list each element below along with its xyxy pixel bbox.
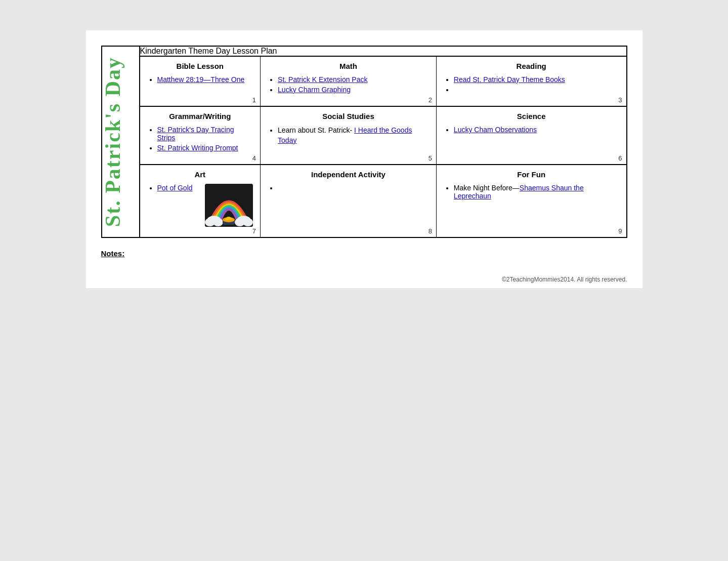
reading-list: Read St. Patrick Day Theme Books [444,75,619,94]
cell-number-8: 8 [429,227,432,235]
art-cell-content: Pot of Gold [147,184,253,227]
grammar-list: St. Patrick's Day Tracing Strips St. Pat… [147,126,253,152]
for-fun-cell: For Fun Make Night Before—Shaemus Shaun … [436,165,626,237]
st-patrick-k-link[interactable]: St. Patrick K Extension Pack [278,75,367,84]
vertical-header-text: St. Patrick's Day [102,52,123,232]
svg-point-12 [227,217,231,219]
list-item: Make Night Before—Shaemus Shaun the Lepr… [454,184,619,200]
math-cell: Math St. Patrick K Extension Pack Lucky … [261,56,437,106]
cell-number-9: 9 [618,227,622,235]
list-item: Lucky Charm Graphing [278,86,429,94]
pot-of-gold-link[interactable]: Pot of Gold [157,184,193,192]
lucky-charm-obs-link[interactable]: Lucky Cham Observations [454,126,537,134]
notes-label: Notes: [101,249,125,258]
social-studies-cell: Social Studies Learn about St. Patrick- … [261,106,437,165]
reading-header: Reading [444,62,619,70]
independent-activity-cell: Independent Activity 8 [261,165,437,237]
social-studies-text: Learn about St. Patrick- I Heard the Goo… [278,126,412,144]
list-item: Matthew 28:19—Three One [157,75,253,84]
cell-number-4: 4 [252,154,256,162]
lesson-table: St. Patrick's Day Kindergarten Theme Day… [101,46,627,238]
matthew-link[interactable]: Matthew 28:19—Three One [157,75,245,84]
list-item: Learn about St. Patrick- I Heard the Goo… [278,126,429,145]
social-studies-header: Social Studies [268,112,429,121]
cell-number-2: 2 [429,96,432,104]
art-rainbow-image [205,184,253,227]
footer-text: ©2TeachingMommies2014. All rights reserv… [502,276,627,283]
bible-lesson-header: Bible Lesson [147,62,253,70]
math-header: Math [268,62,429,70]
social-studies-list: Learn about St. Patrick- I Heard the Goo… [268,126,429,145]
art-cell: Art Pot of Gold [140,165,261,237]
read-st-patrick-link[interactable]: Read St. Patrick Day Theme Books [454,75,565,84]
art-header: Art [147,170,253,179]
vertical-header-cell: St. Patrick's Day [102,46,140,237]
for-fun-header: For Fun [444,170,619,179]
cell-number-3: 3 [618,96,622,104]
independent-activity-list [268,184,429,192]
for-fun-list: Make Night Before—Shaemus Shaun the Lepr… [444,184,619,200]
list-item: Read St. Patrick Day Theme Books [454,75,619,84]
cell-number-5: 5 [429,154,432,162]
cell-number-7: 7 [252,227,256,235]
for-fun-text: Make Night Before—Shaemus Shaun the Lepr… [454,184,584,200]
svg-point-3 [213,218,223,226]
list-item [454,86,619,94]
grammar-writing-header: Grammar/Writing [147,112,253,121]
art-list: Pot of Gold [147,184,205,192]
list-item: St. Patrick's Day Tracing Strips [157,126,253,142]
writing-prompt-link[interactable]: St. Patrick Writing Prompt [157,144,238,152]
list-item [278,184,429,192]
science-header: Science [444,112,619,121]
bible-lesson-list: Matthew 28:19—Three One [147,75,253,84]
science-list: Lucky Cham Observations [444,126,619,134]
list-item: St. Patrick Writing Prompt [157,144,253,152]
bible-lesson-cell: Bible Lesson Matthew 28:19—Three One 1 [140,56,261,106]
science-cell: Science Lucky Cham Observations 6 [436,106,626,165]
title-cell: Kindergarten Theme Day Lesson Plan [140,46,627,56]
cell-number-1: 1 [252,96,256,104]
shaemus-link[interactable]: Shaemus Shaun the Leprechaun [454,184,584,200]
list-item: Pot of Gold [157,184,205,192]
tracing-strips-link[interactable]: St. Patrick's Day Tracing Strips [157,126,234,142]
list-item: St. Patrick K Extension Pack [278,75,429,84]
lesson-plan-title: Kindergarten Theme Day Lesson Plan [140,47,277,55]
grammar-writing-cell: Grammar/Writing St. Patrick's Day Tracin… [140,106,261,165]
reading-cell: Reading Read St. Patrick Day Theme Books… [436,56,626,106]
ss-body-text: Learn about St. Patrick- [278,126,354,134]
page-container: St. Patrick's Day Kindergarten Theme Day… [86,30,643,288]
rainbow-svg [205,184,253,227]
independent-activity-header: Independent Activity [268,170,429,179]
lucky-charm-graphing-link[interactable]: Lucky Charm Graphing [278,86,351,94]
list-item: Lucky Cham Observations [454,126,619,134]
notes-section: Notes: [101,249,658,258]
cell-number-6: 6 [618,154,622,162]
math-list: St. Patrick K Extension Pack Lucky Charm… [268,75,429,94]
svg-point-6 [243,218,253,226]
art-cell-left: Pot of Gold [147,184,205,194]
